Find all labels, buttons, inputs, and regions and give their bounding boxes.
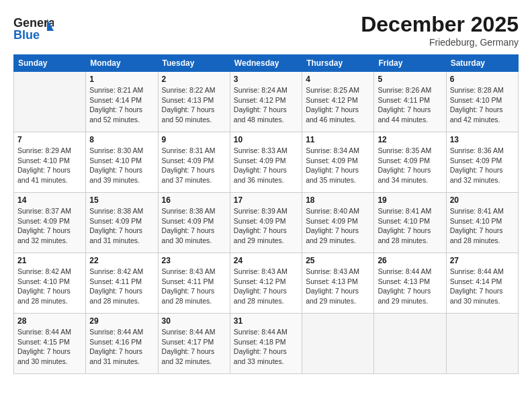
day-info: Sunrise: 8:44 AM Sunset: 4:18 PM Dayligh…	[234, 327, 298, 367]
day-number: 4	[306, 75, 370, 84]
day-number: 21	[17, 256, 82, 265]
day-cell: 29Sunrise: 8:44 AM Sunset: 4:16 PM Dayli…	[86, 314, 158, 374]
weekday-thursday: Thursday	[302, 55, 374, 72]
day-number: 23	[162, 256, 226, 265]
day-info: Sunrise: 8:28 AM Sunset: 4:10 PM Dayligh…	[450, 85, 515, 125]
day-number: 10	[234, 135, 298, 144]
location: Friedeburg, Germany	[361, 37, 519, 48]
day-cell: 23Sunrise: 8:43 AM Sunset: 4:11 PM Dayli…	[158, 253, 230, 314]
day-number: 31	[234, 316, 298, 326]
day-info: Sunrise: 8:44 AM Sunset: 4:16 PM Dayligh…	[89, 327, 154, 367]
day-number: 13	[450, 135, 515, 144]
day-info: Sunrise: 8:26 AM Sunset: 4:11 PM Dayligh…	[378, 85, 442, 125]
day-number: 7	[17, 135, 82, 144]
weekday-wednesday: Wednesday	[230, 55, 302, 72]
day-info: Sunrise: 8:39 AM Sunset: 4:09 PM Dayligh…	[234, 206, 298, 246]
day-cell: 6Sunrise: 8:28 AM Sunset: 4:10 PM Daylig…	[446, 72, 518, 132]
day-cell: 20Sunrise: 8:41 AM Sunset: 4:10 PM Dayli…	[446, 193, 518, 253]
day-info: Sunrise: 8:44 AM Sunset: 4:15 PM Dayligh…	[17, 327, 82, 367]
day-cell: 11Sunrise: 8:34 AM Sunset: 4:09 PM Dayli…	[302, 132, 374, 193]
day-cell: 24Sunrise: 8:43 AM Sunset: 4:12 PM Dayli…	[230, 253, 302, 314]
day-number: 24	[234, 256, 298, 265]
week-row-4: 21Sunrise: 8:42 AM Sunset: 4:10 PM Dayli…	[14, 253, 519, 314]
day-number: 9	[162, 135, 226, 144]
day-info: Sunrise: 8:40 AM Sunset: 4:09 PM Dayligh…	[306, 206, 370, 246]
day-cell: 19Sunrise: 8:41 AM Sunset: 4:10 PM Dayli…	[374, 193, 446, 253]
day-cell	[302, 314, 374, 374]
week-row-2: 7Sunrise: 8:29 AM Sunset: 4:10 PM Daylig…	[14, 132, 519, 193]
calendar-table: SundayMondayTuesdayWednesdayThursdayFrid…	[13, 54, 519, 374]
day-cell: 4Sunrise: 8:25 AM Sunset: 4:12 PM Daylig…	[302, 72, 374, 132]
day-info: Sunrise: 8:35 AM Sunset: 4:09 PM Dayligh…	[378, 146, 442, 185]
day-info: Sunrise: 8:36 AM Sunset: 4:09 PM Dayligh…	[450, 146, 515, 185]
page: General Blue December 2025 Friedeburg, G…	[0, 0, 532, 411]
day-number: 8	[89, 135, 154, 144]
day-number: 14	[17, 195, 82, 205]
day-info: Sunrise: 8:42 AM Sunset: 4:11 PM Dayligh…	[89, 267, 154, 306]
day-cell: 27Sunrise: 8:44 AM Sunset: 4:14 PM Dayli…	[446, 253, 518, 314]
day-info: Sunrise: 8:41 AM Sunset: 4:10 PM Dayligh…	[450, 206, 515, 246]
day-info: Sunrise: 8:25 AM Sunset: 4:12 PM Dayligh…	[306, 85, 370, 125]
day-cell: 25Sunrise: 8:43 AM Sunset: 4:13 PM Dayli…	[302, 253, 374, 314]
day-cell: 13Sunrise: 8:36 AM Sunset: 4:09 PM Dayli…	[446, 132, 518, 193]
week-row-1: 1Sunrise: 8:21 AM Sunset: 4:14 PM Daylig…	[14, 72, 519, 132]
day-info: Sunrise: 8:33 AM Sunset: 4:09 PM Dayligh…	[234, 146, 298, 185]
day-cell: 28Sunrise: 8:44 AM Sunset: 4:15 PM Dayli…	[14, 314, 86, 374]
day-number: 12	[378, 135, 442, 144]
weekday-sunday: Sunday	[14, 55, 86, 72]
day-info: Sunrise: 8:43 AM Sunset: 4:13 PM Dayligh…	[306, 267, 370, 306]
day-cell: 9Sunrise: 8:31 AM Sunset: 4:09 PM Daylig…	[158, 132, 230, 193]
day-cell: 17Sunrise: 8:39 AM Sunset: 4:09 PM Dayli…	[230, 193, 302, 253]
day-cell: 14Sunrise: 8:37 AM Sunset: 4:09 PM Dayli…	[14, 193, 86, 253]
header: General Blue December 2025 Friedeburg, G…	[13, 12, 519, 48]
calendar-header: SundayMondayTuesdayWednesdayThursdayFrid…	[14, 55, 519, 72]
calendar-body: 1Sunrise: 8:21 AM Sunset: 4:14 PM Daylig…	[14, 72, 519, 374]
day-info: Sunrise: 8:38 AM Sunset: 4:09 PM Dayligh…	[162, 206, 226, 246]
day-info: Sunrise: 8:41 AM Sunset: 4:10 PM Dayligh…	[378, 206, 442, 246]
day-cell	[446, 314, 518, 374]
day-info: Sunrise: 8:29 AM Sunset: 4:10 PM Dayligh…	[17, 146, 82, 185]
day-number: 1	[89, 75, 154, 84]
day-number: 6	[450, 75, 515, 84]
title-block: December 2025 Friedeburg, Germany	[361, 12, 519, 48]
svg-text:Blue: Blue	[13, 28, 40, 42]
day-info: Sunrise: 8:37 AM Sunset: 4:09 PM Dayligh…	[17, 206, 82, 246]
day-cell: 26Sunrise: 8:44 AM Sunset: 4:13 PM Dayli…	[374, 253, 446, 314]
day-number: 19	[378, 195, 442, 205]
day-info: Sunrise: 8:44 AM Sunset: 4:13 PM Dayligh…	[378, 267, 442, 306]
day-cell: 31Sunrise: 8:44 AM Sunset: 4:18 PM Dayli…	[230, 314, 302, 374]
day-info: Sunrise: 8:31 AM Sunset: 4:09 PM Dayligh…	[162, 146, 226, 185]
day-cell: 2Sunrise: 8:22 AM Sunset: 4:13 PM Daylig…	[158, 72, 230, 132]
day-info: Sunrise: 8:30 AM Sunset: 4:10 PM Dayligh…	[89, 146, 154, 185]
day-number: 3	[234, 75, 298, 84]
day-number: 22	[89, 256, 154, 265]
day-cell: 1Sunrise: 8:21 AM Sunset: 4:14 PM Daylig…	[86, 72, 158, 132]
day-cell: 10Sunrise: 8:33 AM Sunset: 4:09 PM Dayli…	[230, 132, 302, 193]
day-number: 16	[162, 195, 226, 205]
day-number: 29	[89, 316, 154, 326]
day-number: 20	[450, 195, 515, 205]
day-info: Sunrise: 8:42 AM Sunset: 4:10 PM Dayligh…	[17, 267, 82, 306]
day-cell: 30Sunrise: 8:44 AM Sunset: 4:17 PM Dayli…	[158, 314, 230, 374]
logo: General Blue	[13, 12, 54, 46]
logo-icon: General Blue	[13, 12, 54, 46]
day-info: Sunrise: 8:44 AM Sunset: 4:17 PM Dayligh…	[162, 327, 226, 367]
month-title: December 2025	[361, 12, 519, 37]
day-number: 30	[162, 316, 226, 326]
day-info: Sunrise: 8:38 AM Sunset: 4:09 PM Dayligh…	[89, 206, 154, 246]
day-number: 27	[450, 256, 515, 265]
day-number: 28	[17, 316, 82, 326]
day-number: 2	[162, 75, 226, 84]
day-number: 11	[306, 135, 370, 144]
week-row-5: 28Sunrise: 8:44 AM Sunset: 4:15 PM Dayli…	[14, 314, 519, 374]
day-cell: 22Sunrise: 8:42 AM Sunset: 4:11 PM Dayli…	[86, 253, 158, 314]
day-cell: 18Sunrise: 8:40 AM Sunset: 4:09 PM Dayli…	[302, 193, 374, 253]
day-info: Sunrise: 8:43 AM Sunset: 4:11 PM Dayligh…	[162, 267, 226, 306]
day-info: Sunrise: 8:22 AM Sunset: 4:13 PM Dayligh…	[162, 85, 226, 125]
day-cell: 15Sunrise: 8:38 AM Sunset: 4:09 PM Dayli…	[86, 193, 158, 253]
day-number: 17	[234, 195, 298, 205]
day-info: Sunrise: 8:24 AM Sunset: 4:12 PM Dayligh…	[234, 85, 298, 125]
day-info: Sunrise: 8:44 AM Sunset: 4:14 PM Dayligh…	[450, 267, 515, 306]
day-cell: 5Sunrise: 8:26 AM Sunset: 4:11 PM Daylig…	[374, 72, 446, 132]
day-number: 18	[306, 195, 370, 205]
